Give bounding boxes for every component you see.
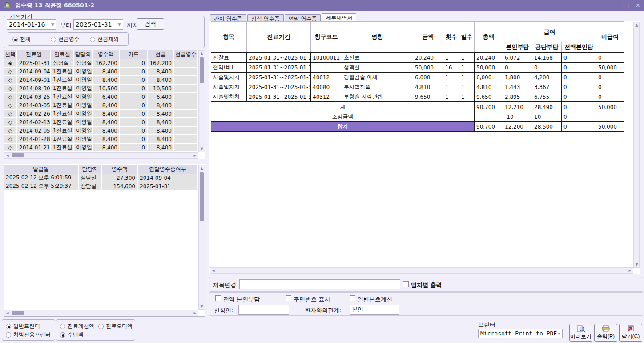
- scroll-down-icon[interactable]: ▼: [199, 303, 205, 309]
- detail-row[interactable]: 시술및처치 2025-01-31~2025-01-31 40312 부항술 자락…: [211, 92, 624, 102]
- scroll-down-icon[interactable]: ▼: [199, 146, 205, 152]
- preview-button[interactable]: 미리보기: [569, 324, 592, 342]
- chevron-down-icon[interactable]: ▼: [51, 22, 54, 27]
- row-select-marker[interactable]: ◈: [4, 59, 17, 68]
- col-yearend-status[interactable]: 연말영수증여부: [138, 165, 198, 174]
- receipt-row[interactable]: ◇ 2014-09-04 1진료실 이영일 8,400 0 8,400: [4, 68, 205, 76]
- general-herb-calc-checkbox[interactable]: [350, 295, 355, 301]
- col-claim-code: 청구코드: [311, 22, 342, 52]
- receipt-row[interactable]: ◇ 2014-02-13 1진료실 이영일 8,400 0 8,400: [4, 118, 205, 127]
- col-non-covered: 비급여: [596, 22, 624, 52]
- treatment-order-radio[interactable]: 진료오더액: [98, 323, 133, 330]
- detail-row[interactable]: 진찰료 2025-01-31~2025-01-31 10100011 초진료 2…: [211, 53, 624, 63]
- row-select-marker[interactable]: ◇: [4, 135, 17, 144]
- receipt-row[interactable]: ◈ 2025-01-31 상담실 상담실 162,200 0 162,200: [4, 59, 205, 68]
- row-select-marker[interactable]: ◇: [4, 76, 17, 85]
- scroll-thumb[interactable]: [200, 172, 204, 221]
- col-receipt-amount[interactable]: 영수액: [102, 165, 138, 174]
- scroll-up-icon[interactable]: ▲: [634, 22, 640, 28]
- patient-relation-input[interactable]: [350, 305, 399, 315]
- row-select-marker[interactable]: ◇: [4, 118, 17, 127]
- resident-number-checkbox[interactable]: [286, 295, 291, 301]
- detail-row[interactable]: 첩약(비) 2025-01-31~2025-01-31 생맥산 50,000 1…: [211, 63, 624, 73]
- cell-room: 상담실: [51, 59, 74, 68]
- col-room[interactable]: 진료실: [51, 50, 74, 59]
- row-select-marker[interactable]: ◇: [4, 144, 17, 152]
- col-select[interactable]: 선택: [4, 50, 17, 59]
- chevron-down-icon[interactable]: ▼: [558, 331, 560, 336]
- receipt-row[interactable]: ◇ 2014-09-01 1진료실 이영일 8,400 0 8,400: [4, 76, 205, 85]
- receipt-row[interactable]: ◇ 2014-01-28 1진료실 이영일 8,400 0 8,400: [4, 135, 205, 144]
- scroll-right-icon[interactable]: ►: [627, 268, 633, 274]
- print-button[interactable]: 출력(P): [594, 324, 617, 342]
- receipt-row[interactable]: ◇ 2014-02-26 1진료실 이영일 8,400 0 8,400: [4, 110, 205, 118]
- receipt-horizontal-scrollbar[interactable]: ◄ ►: [4, 152, 198, 159]
- scroll-thumb[interactable]: [12, 153, 24, 157]
- scroll-thumb[interactable]: [12, 311, 24, 315]
- tab-yearend-receipt[interactable]: 연말 영수증: [285, 14, 321, 21]
- row-select-marker[interactable]: ◇: [4, 127, 17, 135]
- payment-amount-radio[interactable]: 수납액: [60, 331, 84, 339]
- tab-formal-receipt[interactable]: 정식 영수증: [247, 14, 284, 21]
- issue-vertical-scrollbar[interactable]: ▲ ▼: [198, 165, 205, 310]
- printer-select[interactable]: Microsoft Print to PDF▼: [478, 329, 563, 338]
- issue-row[interactable]: 2025-02-12 오후 6:01:59 상담실 27,300 2014-09…: [4, 174, 205, 182]
- to-date-select[interactable]: 2025-01-31▼: [73, 19, 123, 30]
- from-date-select[interactable]: 2014-01-16▼: [7, 19, 56, 30]
- filter-all-radio[interactable]: 전체: [12, 36, 31, 43]
- full-self-pay-checkbox[interactable]: [215, 295, 221, 301]
- cell-cash-receipt: [174, 135, 198, 144]
- receipt-row[interactable]: ◇ 2014-02-05 1진료실 이영일 8,400 0 8,400: [4, 127, 205, 135]
- title-change-input[interactable]: [239, 279, 400, 289]
- scroll-down-icon[interactable]: ▼: [634, 262, 640, 267]
- receipt-row[interactable]: ◇ 2014-03-05 1진료실 이영일 8,400 0 8,400: [4, 101, 205, 110]
- tab-detail-statement[interactable]: 세부내역서: [322, 13, 356, 21]
- close-button[interactable]: 닫기(C): [619, 324, 642, 342]
- col-doctor[interactable]: 담당의: [74, 50, 93, 59]
- filter-cash-receipt-radio[interactable]: 현금영수: [51, 36, 80, 43]
- filter-exclude-cash-radio[interactable]: 현금제외: [90, 36, 119, 43]
- general-herb-calc-label: 일반본초계산: [358, 295, 392, 303]
- scroll-left-icon[interactable]: ◄: [4, 310, 10, 316]
- scroll-up-icon[interactable]: ▲: [199, 51, 205, 56]
- general-printer-radio[interactable]: 일반프린터: [6, 323, 40, 330]
- tab-simple-receipt[interactable]: 간이 영수증: [210, 14, 246, 21]
- maximize-button[interactable]: □: [623, 2, 629, 9]
- col-cash-receipt[interactable]: 현금영수: [174, 50, 198, 59]
- chevron-down-icon[interactable]: ▼: [118, 22, 121, 27]
- issue-horizontal-scrollbar[interactable]: ◄ ►: [4, 310, 198, 316]
- close-window-button[interactable]: ✕: [635, 2, 640, 9]
- scroll-thumb[interactable]: [200, 57, 204, 83]
- detail-vertical-scrollbar[interactable]: ▲ ▼: [633, 22, 640, 268]
- scroll-right-icon[interactable]: ►: [192, 310, 198, 316]
- detail-horizontal-scrollbar[interactable]: ◄ ►: [210, 267, 633, 274]
- row-select-marker[interactable]: ◇: [4, 110, 17, 118]
- row-select-marker[interactable]: ◇: [4, 68, 17, 76]
- row-select-marker[interactable]: ◇: [4, 85, 17, 93]
- detail-row[interactable]: 시술및처치 2025-01-31~2025-01-31 40080 투자법침술 …: [211, 82, 624, 92]
- search-button[interactable]: 검색: [137, 18, 164, 30]
- col-card[interactable]: 카드: [120, 50, 148, 59]
- applicant-input[interactable]: [238, 305, 289, 315]
- scroll-left-icon[interactable]: ◄: [4, 153, 10, 158]
- col-benefit-group: 급여: [503, 22, 596, 42]
- col-issue-date[interactable]: 발급일: [4, 165, 79, 174]
- prescription-printer-radio[interactable]: 처방전용프린터: [6, 331, 51, 339]
- scroll-left-icon[interactable]: ◄: [210, 268, 216, 274]
- col-visit-date[interactable]: 진료일: [17, 50, 51, 59]
- scroll-right-icon[interactable]: ►: [192, 153, 198, 158]
- daily-print-checkbox[interactable]: [403, 281, 409, 287]
- scroll-up-icon[interactable]: ▲: [199, 165, 205, 171]
- row-select-marker[interactable]: ◇: [4, 101, 17, 110]
- receipt-row[interactable]: ◇ 2014-08-30 1진료실 이영일 10,500 0 10,500: [4, 85, 205, 93]
- treatment-calc-radio[interactable]: 진료계산액: [60, 323, 94, 330]
- row-select-marker[interactable]: ◇: [4, 93, 17, 101]
- col-staff[interactable]: 담당자: [79, 165, 102, 174]
- col-amount[interactable]: 영수액: [93, 50, 120, 59]
- detail-row[interactable]: 시술및처치 2025-01-31~2025-01-31 40012 경혈침술 이…: [211, 73, 624, 82]
- issue-row[interactable]: 2025-02-12 오후 5:29:37 상담실 154,600 2025-0…: [4, 182, 205, 191]
- col-cash[interactable]: 현금: [148, 50, 174, 59]
- receipt-row[interactable]: ◇ 2014-01-21 1진료실 이영일 8,400 0 8,400: [4, 144, 205, 152]
- receipt-row[interactable]: ◇ 2014-03-25 1진료실 이영일 6,400 0 6,400: [4, 93, 205, 101]
- receipt-vertical-scrollbar[interactable]: ▲ ▼: [198, 50, 205, 152]
